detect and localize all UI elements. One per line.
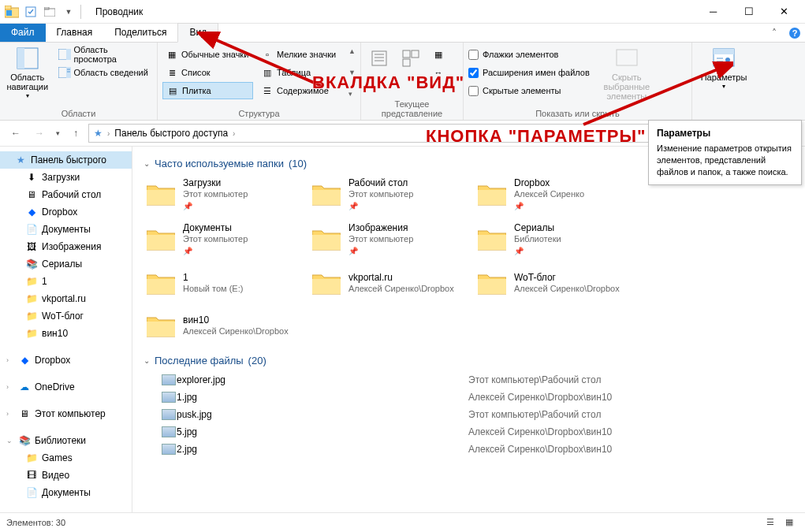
document-icon: 📄 xyxy=(25,486,38,499)
maximize-button[interactable]: ☐ xyxy=(731,1,766,23)
tab-view[interactable]: Вид xyxy=(177,23,218,43)
video-icon: 🎞 xyxy=(25,469,38,482)
nav-forward-button[interactable]: → xyxy=(28,123,50,143)
dropbox-icon: ◆ xyxy=(25,206,38,218)
file-path: Этот компьютер\Рабочий стол xyxy=(468,374,601,385)
pin-icon: 📌 xyxy=(183,202,248,212)
tab-home[interactable]: Главная xyxy=(46,24,104,42)
folder-icon xyxy=(145,224,177,255)
options-tooltip: Параметры Изменение параметров открытия … xyxy=(648,120,802,185)
folder-icon: 📁 xyxy=(25,452,38,464)
tree-one[interactable]: 📁1 xyxy=(0,273,132,290)
folder-tile[interactable]: Рабочий столЭтот компьютер📌 xyxy=(309,174,475,219)
folder-tile[interactable]: СериалыБиблиотеки📌 xyxy=(475,219,640,264)
folder-tile[interactable]: 1Новый том (E:) xyxy=(143,265,309,307)
checkbox-hidden-items[interactable]: Скрытые элементы xyxy=(468,82,590,99)
hide-selected-button[interactable]: Скрыть выбранные элементы xyxy=(594,46,659,101)
folder-tile[interactable]: WoT-блогАлексей Сиренко\Dropbox xyxy=(475,265,640,307)
preview-pane-button[interactable]: Область просмотра xyxy=(55,46,152,63)
details-pane-button[interactable]: Область сведений xyxy=(55,64,152,81)
size-columns-button[interactable]: ↔ xyxy=(429,64,448,81)
quick-access-toolbar: ▼ xyxy=(3,3,77,20)
tree-pictures[interactable]: 🖼Изображения xyxy=(0,238,132,255)
qat-properties-icon[interactable] xyxy=(22,3,39,20)
minimize-button[interactable]: ─ xyxy=(695,1,731,23)
tree-win10[interactable]: 📁вин10 xyxy=(0,325,132,342)
tree-documents[interactable]: 📄Документы xyxy=(0,221,132,238)
navigation-tree[interactable]: ★Панель быстрого ⬇Загрузки 🖥Рабочий стол… xyxy=(0,147,132,512)
tree-dropbox[interactable]: ◆Dropbox xyxy=(0,203,132,221)
folder-icon xyxy=(476,268,508,299)
add-columns-button[interactable]: ▦ xyxy=(429,46,448,63)
folder-tile[interactable]: вин10Алексей Сиренко\Dropbox xyxy=(143,307,309,350)
ribbon-group-show-hide: Флажки элементов Расширения имен файлов … xyxy=(464,43,692,120)
checkbox-extensions[interactable]: Расширения имен файлов xyxy=(468,64,590,81)
tab-share[interactable]: Поделиться xyxy=(103,24,177,42)
tree-serials[interactable]: 📚Сериалы xyxy=(0,255,132,273)
view-tiles-button[interactable]: ▦ xyxy=(780,515,799,530)
tree-libraries[interactable]: ⌄📚Библиотеки xyxy=(0,432,132,449)
dropbox-icon: ◆ xyxy=(18,354,31,366)
options-button[interactable]: Параметры ▾ xyxy=(697,46,751,91)
tree-quick-access[interactable]: ★Панель быстрого xyxy=(0,151,132,169)
sort-by-button[interactable] xyxy=(366,46,393,81)
tree-video[interactable]: 🎞Видео xyxy=(0,467,132,484)
file-path: Алексей Сиренко\Dropbox\вин10 xyxy=(468,392,612,403)
folder-tile[interactable]: DropboxАлексей Сиренко📌 xyxy=(475,174,640,219)
layout-scroll-up-icon[interactable]: ▲ xyxy=(348,47,356,55)
window-title: Проводник xyxy=(95,6,695,17)
tree-desktop[interactable]: 🖥Рабочий стол xyxy=(0,186,132,203)
layout-tiles[interactable]: ▤Плитка xyxy=(162,82,253,99)
tree-downloads[interactable]: ⬇Загрузки xyxy=(0,169,132,186)
tree-docs[interactable]: 📄Документы xyxy=(0,484,132,501)
nav-back-button[interactable]: ← xyxy=(5,123,27,143)
folder-tile[interactable]: ДокументыЭтот компьютер📌 xyxy=(143,219,309,264)
tab-file[interactable]: Файл xyxy=(0,24,46,42)
close-button[interactable]: ✕ xyxy=(766,1,802,23)
layout-small-icons[interactable]: ▫Мелкие значки xyxy=(258,46,344,63)
nav-recent-dropdown[interactable]: ▾ xyxy=(52,123,63,143)
folder-name: Документы xyxy=(183,222,248,234)
ribbon: Область навигации ▾ Область просмотра Об… xyxy=(0,43,805,121)
qat-dropdown-icon[interactable]: ▼ xyxy=(60,3,77,20)
layout-scroll-down-icon[interactable]: ▼ xyxy=(348,69,356,76)
folder-tile[interactable]: ЗагрузкиЭтот компьютер📌 xyxy=(143,174,309,219)
file-row[interactable]: pusk.jpgЭтот компьютер\Рабочий стол xyxy=(143,406,794,423)
file-row[interactable]: 2.jpgАлексей Сиренко\Dropbox\вин10 xyxy=(143,441,794,458)
folder-tile[interactable]: ИзображенияЭтот компьютер📌 xyxy=(309,219,475,264)
file-row[interactable]: 1.jpgАлексей Сиренко\Dropbox\вин10 xyxy=(143,389,794,406)
svg-rect-11 xyxy=(66,49,71,60)
status-item-count: Элементов: 30 xyxy=(6,518,65,527)
nav-up-button[interactable]: ↑ xyxy=(65,123,87,143)
collapse-ribbon-icon[interactable]: ˄ xyxy=(764,24,785,42)
tree-this-pc[interactable]: ›🖥Этот компьютер xyxy=(0,405,132,422)
tree-dropbox-root[interactable]: ›◆Dropbox xyxy=(0,352,132,369)
tree-onedrive[interactable]: ›☁OneDrive xyxy=(0,378,132,396)
library-icon: 📚 xyxy=(25,258,38,270)
tree-vkportal[interactable]: 📁vkportal.ru xyxy=(0,290,132,307)
help-icon[interactable]: ? xyxy=(785,24,805,42)
section-recent-files[interactable]: ⌄ Последние файлы (20) xyxy=(143,350,794,371)
layout-content[interactable]: ☰Содержимое xyxy=(258,82,344,99)
layout-table[interactable]: ▥Таблица xyxy=(258,64,344,81)
layout-expand-icon[interactable]: ▾ xyxy=(348,90,356,98)
tooltip-body: Изменение параметров открытия элементов,… xyxy=(657,143,793,178)
svg-rect-22 xyxy=(403,59,410,66)
layout-regular-icons[interactable]: ▦Обычные значки xyxy=(162,46,253,63)
folder-location: Алексей Сиренко\Dropbox xyxy=(183,326,289,337)
qat-new-folder-icon[interactable] xyxy=(41,3,58,20)
svg-rect-16 xyxy=(372,51,386,65)
file-row[interactable]: explorer.jpgЭтот компьютер\Рабочий стол xyxy=(143,371,794,389)
folder-tile[interactable]: vkportal.ruАлексей Сиренко\Dropbox xyxy=(309,265,475,307)
svg-rect-25 xyxy=(714,49,734,54)
layout-list[interactable]: ≣Список xyxy=(162,64,253,81)
tree-games[interactable]: 📁Games xyxy=(0,449,132,467)
group-by-button[interactable] xyxy=(397,46,424,81)
view-details-button[interactable]: ☰ xyxy=(761,515,780,530)
file-row[interactable]: 5.jpgАлексей Сиренко\Dropbox\вин10 xyxy=(143,423,794,441)
folder-location: Этот компьютер xyxy=(183,189,248,200)
navigation-pane-button[interactable]: Область навигации ▾ xyxy=(5,46,50,100)
folder-name: вин10 xyxy=(183,314,289,326)
tree-wot[interactable]: 📁WoT-блог xyxy=(0,307,132,325)
checkbox-item-checkboxes[interactable]: Флажки элементов xyxy=(468,46,590,63)
